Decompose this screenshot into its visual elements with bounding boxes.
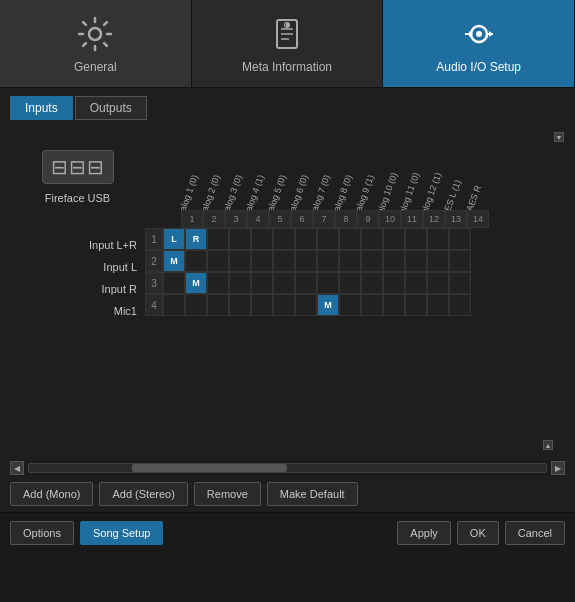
tab-general[interactable]: General <box>0 0 192 87</box>
col-header-2: Analog 2 (0) <box>203 130 225 210</box>
cell-2-3[interactable] <box>207 250 229 272</box>
row-num-2: 2 <box>145 250 163 272</box>
song-setup-button[interactable]: Song Setup <box>80 521 164 545</box>
col-header-10: Analog 10 (0) <box>379 130 401 210</box>
footer-left: Options Song Setup <box>10 521 163 545</box>
cell-4-9[interactable] <box>339 294 361 316</box>
cell-3-3[interactable] <box>207 272 229 294</box>
cell-2-14[interactable] <box>449 250 471 272</box>
footer-right: Apply OK Cancel <box>397 521 565 545</box>
cell-2-7[interactable] <box>295 250 317 272</box>
row-num-4: 4 <box>145 294 163 316</box>
cell-2-12[interactable] <box>405 250 427 272</box>
cell-1-10[interactable] <box>361 228 383 250</box>
cancel-button[interactable]: Cancel <box>505 521 565 545</box>
col-header-8: Analog 8 (0) <box>335 130 357 210</box>
grid-row-4: 4 M <box>145 294 553 316</box>
input-label-mic1: Mic1 <box>10 300 145 322</box>
cell-1-11[interactable] <box>383 228 405 250</box>
cell-4-4[interactable] <box>229 294 251 316</box>
col-num-13: 13 <box>445 210 467 228</box>
cell-1-14[interactable] <box>449 228 471 250</box>
cell-1-3[interactable] <box>207 228 229 250</box>
cell-3-11[interactable] <box>383 272 405 294</box>
scroll-right-arrow[interactable]: ▶ <box>551 461 565 475</box>
cell-2-8[interactable] <box>317 250 339 272</box>
cell-4-5[interactable] <box>251 294 273 316</box>
add-mono-button[interactable]: Add (Mono) <box>10 482 93 506</box>
cell-4-13[interactable] <box>427 294 449 316</box>
col-header-6: Analog 6 (0) <box>291 130 313 210</box>
h-scrollbar: ◀ ▶ <box>10 460 565 476</box>
cell-1-8[interactable] <box>317 228 339 250</box>
tab-meta[interactable]: i Meta Information <box>192 0 384 87</box>
scroll-track[interactable] <box>28 463 547 473</box>
col-header-12: Analog 12 (1) <box>423 130 445 210</box>
right-scrollbar: ▼ <box>553 130 565 450</box>
cell-2-1[interactable]: M <box>163 250 185 272</box>
cell-1-2[interactable]: R <box>185 228 207 250</box>
sub-tab-inputs[interactable]: Inputs <box>10 96 73 120</box>
cell-3-1[interactable] <box>163 272 185 294</box>
cell-4-12[interactable] <box>405 294 427 316</box>
cell-4-10[interactable] <box>361 294 383 316</box>
cell-2-9[interactable] <box>339 250 361 272</box>
cell-3-13[interactable] <box>427 272 449 294</box>
device-panel: ⊟⊟⊟ Fireface USB Input L+R Input L Input… <box>10 130 145 450</box>
col-header-9: Analog 9 (1) <box>357 130 379 210</box>
cell-2-11[interactable] <box>383 250 405 272</box>
cell-4-6[interactable] <box>273 294 295 316</box>
cell-3-10[interactable] <box>361 272 383 294</box>
scroll-up-arrow[interactable]: ▲ <box>543 440 553 450</box>
cell-4-8[interactable]: M <box>317 294 339 316</box>
cell-4-11[interactable] <box>383 294 405 316</box>
cell-3-5[interactable] <box>251 272 273 294</box>
cell-1-6[interactable] <box>273 228 295 250</box>
cell-3-7[interactable] <box>295 272 317 294</box>
cell-4-3[interactable] <box>207 294 229 316</box>
sub-tab-outputs[interactable]: Outputs <box>75 96 147 120</box>
cell-4-14[interactable] <box>449 294 471 316</box>
grid-row-1: 1 L R <box>145 228 553 250</box>
cell-3-14[interactable] <box>449 272 471 294</box>
apply-button[interactable]: Apply <box>397 521 451 545</box>
options-button[interactable]: Options <box>10 521 74 545</box>
cell-2-2[interactable] <box>185 250 207 272</box>
cell-2-6[interactable] <box>273 250 295 272</box>
cell-3-4[interactable] <box>229 272 251 294</box>
cell-3-9[interactable] <box>339 272 361 294</box>
cell-4-2[interactable] <box>185 294 207 316</box>
remove-button[interactable]: Remove <box>194 482 261 506</box>
cell-2-10[interactable] <box>361 250 383 272</box>
cell-1-13[interactable] <box>427 228 449 250</box>
cell-1-4[interactable] <box>229 228 251 250</box>
cell-4-7[interactable] <box>295 294 317 316</box>
cell-3-8[interactable] <box>317 272 339 294</box>
input-label-lr: Input L+R <box>10 234 145 256</box>
main-content: Inputs Outputs ⊟⊟⊟ Fireface USB Input L+… <box>0 88 575 553</box>
device-icon: ⊟⊟⊟ <box>42 150 114 184</box>
cell-2-13[interactable] <box>427 250 449 272</box>
cell-1-9[interactable] <box>339 228 361 250</box>
cell-3-12[interactable] <box>405 272 427 294</box>
cell-3-6[interactable] <box>273 272 295 294</box>
make-default-button[interactable]: Make Default <box>267 482 358 506</box>
ok-button[interactable]: OK <box>457 521 499 545</box>
cell-1-1[interactable]: L <box>163 228 185 250</box>
cell-1-12[interactable] <box>405 228 427 250</box>
cell-3-2[interactable]: M <box>185 272 207 294</box>
cell-1-5[interactable] <box>251 228 273 250</box>
row-num-1: 1 <box>145 228 163 250</box>
col-num-3: 3 <box>225 210 247 228</box>
col-num-2: 2 <box>203 210 225 228</box>
cell-1-7[interactable] <box>295 228 317 250</box>
cell-4-1[interactable] <box>163 294 185 316</box>
cell-2-5[interactable] <box>251 250 273 272</box>
col-num-14: 14 <box>467 210 489 228</box>
tab-audio[interactable]: Audio I/O Setup <box>383 0 575 87</box>
scroll-down-arrow[interactable]: ▼ <box>554 132 564 142</box>
cell-2-4[interactable] <box>229 250 251 272</box>
col-header-1: Analog 1 (0) <box>181 130 203 210</box>
add-stereo-button[interactable]: Add (Stereo) <box>99 482 187 506</box>
scroll-left-arrow[interactable]: ◀ <box>10 461 24 475</box>
